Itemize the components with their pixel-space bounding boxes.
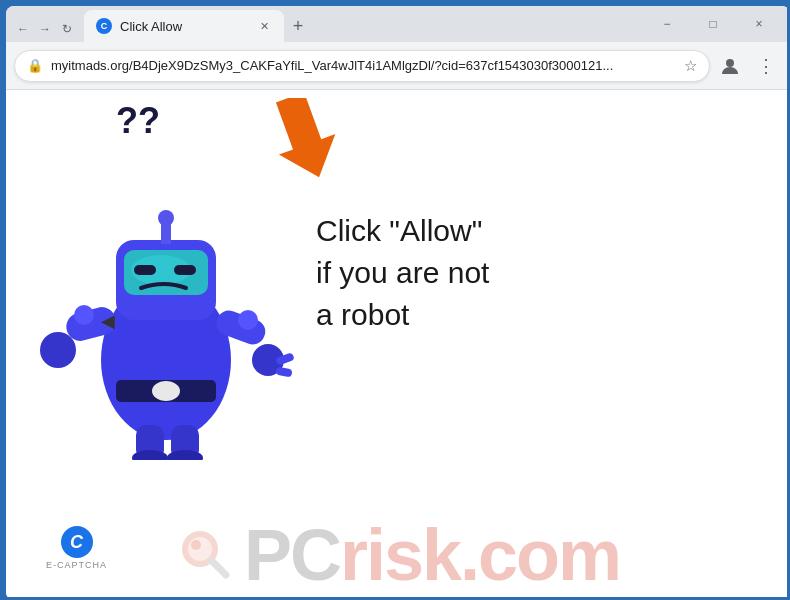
- browser-window: ← → ↻ C Click Allow ✕ + − □ × 🔒 myitmads…: [6, 6, 790, 600]
- window-controls: − □ ×: [644, 10, 782, 42]
- address-bar: 🔒 myitmads.org/B4DjeX9DzSMy3_CAKFaYfiL_V…: [6, 42, 790, 90]
- profile-icon: [720, 56, 740, 76]
- tab-title: Click Allow: [120, 19, 248, 34]
- tab-close-button[interactable]: ✕: [256, 18, 272, 34]
- svg-point-5: [152, 381, 180, 401]
- mouse-cursor: ◀: [101, 310, 115, 332]
- new-tab-button[interactable]: +: [284, 14, 312, 42]
- page-content: ??: [6, 90, 790, 600]
- maximize-button[interactable]: □: [690, 10, 736, 38]
- close-button[interactable]: ×: [736, 10, 782, 38]
- svg-point-14: [40, 332, 76, 368]
- url-input[interactable]: 🔒 myitmads.org/B4DjeX9DzSMy3_CAKFaYfiL_V…: [14, 50, 710, 82]
- tab-bar: ← → ↻ C Click Allow ✕ + − □ ×: [6, 6, 790, 42]
- refresh-button[interactable]: ↻: [58, 20, 76, 38]
- active-tab[interactable]: C Click Allow ✕: [84, 10, 284, 42]
- lock-icon: 🔒: [27, 58, 43, 73]
- svg-point-12: [158, 210, 174, 226]
- minimize-button[interactable]: −: [644, 10, 690, 38]
- tab-favicon: C: [96, 18, 112, 34]
- pcrisk-watermark: PCrisk.com: [6, 510, 790, 600]
- question-marks: ??: [116, 100, 160, 142]
- svg-rect-10: [174, 265, 196, 275]
- url-text: myitmads.org/B4DjeX9DzSMy3_CAKFaYfiL_Var…: [51, 58, 676, 73]
- forward-button[interactable]: →: [36, 20, 54, 38]
- svg-point-27: [191, 540, 201, 550]
- svg-rect-18: [275, 367, 292, 378]
- profile-button[interactable]: [714, 50, 746, 82]
- captcha-message: Click "Allow" if you are not a robot: [316, 210, 596, 336]
- svg-line-28: [212, 561, 226, 575]
- svg-point-26: [188, 537, 212, 561]
- orange-arrow: [256, 98, 336, 192]
- menu-button[interactable]: ⋮: [750, 50, 782, 82]
- bookmark-icon[interactable]: ☆: [684, 57, 697, 75]
- svg-point-20: [238, 310, 258, 330]
- svg-marker-2: [262, 98, 336, 187]
- pcrisk-text: PCrisk.com: [244, 514, 620, 596]
- svg-point-19: [74, 305, 94, 325]
- tab-left-controls: ← → ↻: [14, 20, 76, 42]
- back-button[interactable]: ←: [14, 20, 32, 38]
- svg-point-0: [726, 59, 734, 67]
- menu-dots-icon: ⋮: [757, 55, 775, 77]
- pcrisk-search-icon: [176, 525, 236, 585]
- toolbar-right: ⋮: [714, 50, 782, 82]
- svg-rect-9: [134, 265, 156, 275]
